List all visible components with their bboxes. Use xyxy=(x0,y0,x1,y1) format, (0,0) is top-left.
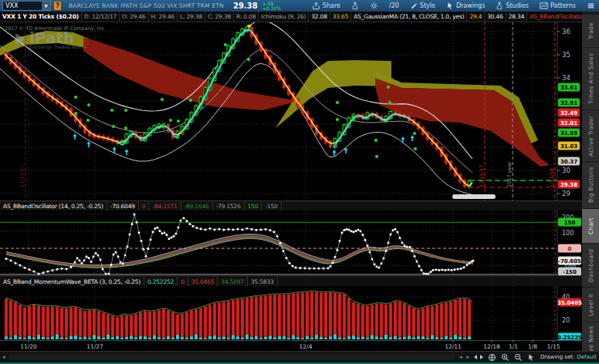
symbol-value: VXX xyxy=(5,2,18,9)
price-change: +.09 +0.31% xyxy=(262,2,281,11)
ichimoku-value-2: 33.65 xyxy=(330,12,351,22)
chart-status-row: VXX 1 Y 20 Ticks ($0.20) D: 12/12/17 O: … xyxy=(0,12,582,22)
watermark-subtitle: Exchange Traded Notes xyxy=(29,45,86,49)
sidebar-tab-active-trader[interactable]: Active Trader xyxy=(582,110,599,161)
mom-zero: 0 xyxy=(178,276,188,287)
mom-mid: 35.0465 xyxy=(188,276,218,287)
sidebar-tabs: Trade Times And Sales Active Trader Big … xyxy=(582,12,599,364)
patterns-icon xyxy=(540,2,548,10)
svg-text:11/20: 11/20 xyxy=(20,343,37,350)
gaussianma-value-1: 29.4 xyxy=(467,12,485,22)
last-price: 29.38 xyxy=(233,2,258,10)
settings-button[interactable] xyxy=(366,0,382,12)
svg-text:150: 150 xyxy=(564,220,576,226)
svg-text:29.38: 29.38 xyxy=(560,182,577,188)
patterns-button[interactable]: Patterns xyxy=(536,0,580,12)
menu-button[interactable] xyxy=(583,0,599,12)
svg-text:36: 36 xyxy=(562,28,570,35)
svg-text:12/15/17: 12/15/17 xyxy=(479,165,485,187)
range-cell: R: 0.08 xyxy=(234,12,259,22)
drawing-set-status[interactable]: Drawing set:Default xyxy=(540,354,597,360)
hamburger-menu-icon xyxy=(587,2,595,10)
studies-label: Studies xyxy=(506,2,529,9)
cursor-icon xyxy=(446,2,454,10)
ichimoku-study-name[interactable]: Ichimoku (9, 26) xyxy=(259,12,309,22)
main-chart: iPath Exchange Traded Notes 2017 © TD Am… xyxy=(0,22,582,201)
price-plot[interactable]: 11/17/1712/15/172017 year1/11/1836353430… xyxy=(0,22,582,201)
pan-right-arrow[interactable]: ▸ xyxy=(465,354,472,360)
watermark-brand: iPath xyxy=(29,31,86,45)
bbandupper-study-name[interactable]: AS_BBandOscillator_Upper (14, 0.25, -0.2… xyxy=(527,12,582,22)
date-cell: D: 12/12/17 xyxy=(82,12,120,22)
svg-text:1/11/18: 1/11/18 xyxy=(549,168,555,187)
gaussianma-study-name[interactable]: AS_GaussianMA (21, 8, CLOSE, 1.0, yes) xyxy=(351,12,467,22)
style-button[interactable]: Style xyxy=(406,0,439,12)
sidebar-tab-chart[interactable]: Chart xyxy=(582,209,599,243)
oscillator-plot[interactable]: 200100-1001500-70.605-150 xyxy=(0,211,582,275)
studies-button[interactable]: Studies xyxy=(492,0,533,12)
share-label: Share xyxy=(323,2,340,9)
low-cell: L: 29.38 xyxy=(178,12,205,22)
open-cell: O: 29.46 xyxy=(120,12,149,22)
studies-flask-icon xyxy=(496,2,503,10)
svg-text:29: 29 xyxy=(562,190,570,197)
close-cell: C: 29.38 xyxy=(205,12,234,22)
title-bar: VXX ▼ ? BARCLAYS BANK IPATH S&P 500 VIX … xyxy=(0,0,599,12)
style-label: Style xyxy=(420,2,435,9)
share-button[interactable]: Share xyxy=(308,0,344,12)
svg-text:35.0465: 35.0465 xyxy=(557,300,582,306)
symbol-input[interactable]: VXX ▼ xyxy=(2,1,51,11)
flask-button[interactable] xyxy=(347,0,363,12)
svg-text:2017 year: 2017 year xyxy=(506,162,513,187)
svg-text:11/17/17: 11/17/17 xyxy=(19,165,25,187)
svg-text:100: 100 xyxy=(562,230,574,237)
drawing-set-label: Drawing set: xyxy=(540,354,574,360)
svg-text:0: 0 xyxy=(568,246,572,252)
svg-text:31.59: 31.59 xyxy=(560,130,577,136)
share-icon xyxy=(312,2,320,10)
drawings-button[interactable]: Drawings xyxy=(442,0,489,12)
ipath-logo-triangle xyxy=(15,33,26,46)
aggregation-button[interactable]: /20 xyxy=(385,0,403,12)
zoom-in-icon[interactable] xyxy=(499,353,512,362)
svg-text:20: 20 xyxy=(562,317,570,324)
time-axis: 11/2011/2712/412/1112/181/11/81/15 xyxy=(0,340,582,351)
sidebar-tab-dashboard[interactable]: Dashboard xyxy=(582,244,599,287)
sidebar-tab-level-ii[interactable]: Level II xyxy=(582,288,599,322)
sidebar-tab-big-buttons[interactable]: Big Buttons xyxy=(582,162,599,208)
fit-width-icon[interactable] xyxy=(472,353,486,361)
sidebar-tab-times-and-sales[interactable]: Times And Sales xyxy=(582,48,599,110)
scroll-left-arrow[interactable]: ◂ xyxy=(0,354,8,360)
svg-text:0.25225: 0.25225 xyxy=(557,335,582,340)
chart-label: VXX 1 Y 20 Ticks ($0.20) xyxy=(0,12,82,22)
svg-text:33.61: 33.61 xyxy=(560,85,577,91)
help-badge[interactable]: ? xyxy=(54,2,61,10)
brush-icon xyxy=(410,2,418,10)
momentum-study-name[interactable]: AS_BBand_MomentumWave_BETA (3, 0.25, -0.… xyxy=(0,276,144,287)
gaussianma-value-2: 30.46 xyxy=(485,12,506,22)
aggregation-label: /20 xyxy=(389,2,399,9)
momentum-plot[interactable]: 402035.04650.25225 xyxy=(0,286,582,340)
svg-text:32.91: 32.91 xyxy=(560,100,577,106)
svg-text:34: 34 xyxy=(562,74,570,82)
patterns-label: Patterns xyxy=(550,2,576,9)
svg-text:12/11: 12/11 xyxy=(445,343,462,350)
chevron-down-icon[interactable]: ▼ xyxy=(42,2,50,10)
svg-text:-150: -150 xyxy=(563,269,577,275)
drawings-label: Drawings xyxy=(456,2,485,9)
mom-upper: 35.5833 xyxy=(248,276,278,287)
svg-text:-70.605: -70.605 xyxy=(558,258,581,265)
gear-icon xyxy=(370,2,378,10)
pointer-icon[interactable] xyxy=(525,353,537,362)
zoom-out-icon[interactable] xyxy=(512,353,525,362)
mom-lower: 34.5097 xyxy=(218,276,248,287)
svg-text:30.37: 30.37 xyxy=(560,159,577,165)
horizontal-scrollbar[interactable] xyxy=(9,354,455,360)
svg-text:32.01: 32.01 xyxy=(560,120,577,126)
svg-text:1/1: 1/1 xyxy=(509,343,518,350)
svg-text:1/15: 1/15 xyxy=(547,343,560,350)
sidebar-tab-trade[interactable]: Trade xyxy=(582,15,599,47)
svg-text:32.49: 32.49 xyxy=(560,110,577,116)
globe-icon[interactable] xyxy=(486,353,499,362)
pan-left-arrow[interactable]: ◂ xyxy=(457,354,465,360)
